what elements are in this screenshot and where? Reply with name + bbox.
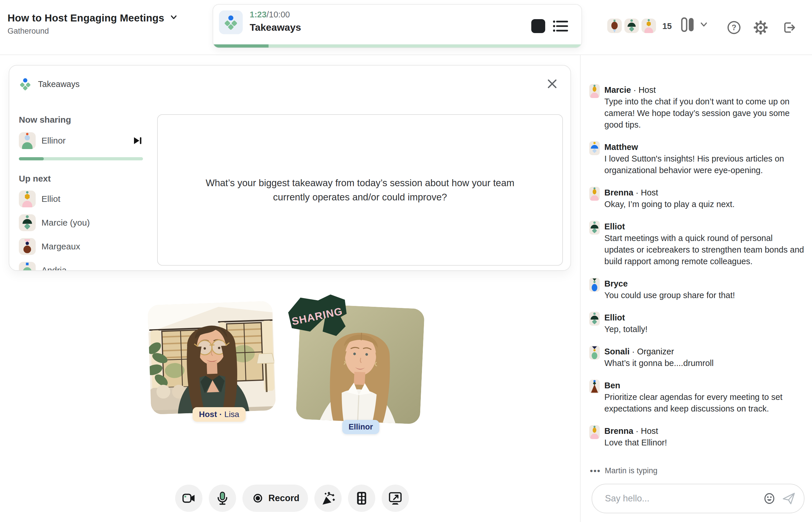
name-tag-lisa: Host·Lisa	[192, 407, 246, 422]
help-button[interactable]: ?	[727, 20, 741, 35]
chat-message: Marcie · HostType into the chat if you d…	[589, 84, 805, 130]
record-label: Record	[268, 493, 300, 503]
now-sharing-name: Ellinor	[41, 136, 65, 145]
avatar-icon	[19, 262, 36, 271]
layout-icon	[681, 17, 695, 32]
stop-activity-button[interactable]	[531, 19, 545, 33]
chat-text: What’s it gonna be....drumroll	[604, 357, 805, 369]
chat-author: Brenna · Host	[604, 187, 805, 198]
leave-event-button[interactable]	[781, 20, 796, 35]
emoji-icon	[763, 492, 776, 505]
chat-author: Brenna · Host	[604, 425, 805, 437]
chat-text: Yep, totally!	[604, 323, 805, 335]
chat-message: BryceYou could use group share for that!	[589, 278, 805, 301]
prompt-text: What’s your biggest takeaway from today’…	[190, 176, 530, 204]
participant-chip[interactable]	[607, 19, 622, 33]
up-next-row: Elliot	[19, 190, 143, 207]
chat-text: Type into the chat if you don’t want to …	[604, 96, 805, 130]
chat-message: BenPrioritize clear agendas for every me…	[589, 380, 805, 415]
chevron-down-icon	[170, 15, 178, 21]
meeting-title: How to Host Engaging Meetings	[7, 12, 164, 24]
avatar-icon	[19, 132, 36, 149]
chat-message: Sonali · OrganizerWhat’s it gonna be....…	[589, 346, 805, 369]
party-popper-icon	[321, 491, 335, 505]
participant-name: Marcie (you)	[41, 218, 90, 228]
avatar-icon	[589, 425, 600, 439]
chat-input[interactable]	[604, 493, 763, 504]
chat-sidebar: Marcie · HostType into the chat if you d…	[580, 55, 812, 522]
gear-icon	[753, 20, 768, 35]
avatar-icon	[589, 84, 600, 98]
avatar	[19, 238, 36, 255]
avatar-icon	[642, 19, 656, 33]
panel-title: Takeaways	[38, 79, 79, 89]
skip-next-button[interactable]	[134, 137, 142, 144]
chat-author: Marcie · Host	[604, 84, 805, 96]
participant-avatars[interactable]	[607, 19, 656, 33]
meeting-title-dropdown[interactable]: How to Host Engaging Meetings	[7, 12, 178, 24]
avatar	[589, 221, 600, 235]
avatar	[589, 278, 600, 292]
avatar	[589, 425, 600, 439]
gatheround-logo-icon	[19, 78, 32, 91]
avatar-icon	[589, 141, 600, 155]
media-grid-button[interactable]	[348, 485, 375, 512]
avatar-icon	[19, 214, 36, 231]
chat-text: You could use group share for that!	[604, 289, 805, 301]
chat-message: ElliotYep, totally!	[589, 312, 805, 335]
avatar	[19, 214, 36, 231]
screen-share-button[interactable]	[382, 485, 409, 512]
chat-text: Prioritize clear agendas for every meeti…	[604, 391, 805, 415]
activity-timer-card: 1:23/10:00 Takeaways	[212, 4, 582, 48]
video-tile-lisa[interactable]	[148, 301, 276, 415]
emoji-button[interactable]	[763, 492, 776, 505]
sharing-queue: Now sharing Ellinor Up next ElliotMarcie…	[19, 115, 143, 271]
activity-meta: 1:23/10:00 Takeaways	[250, 10, 301, 33]
chat-message-list[interactable]: Marcie · HostType into the chat if you d…	[589, 84, 805, 464]
total-time: 10:00	[269, 10, 290, 19]
chat-author: Ben	[604, 380, 805, 391]
exit-icon	[781, 20, 796, 35]
activity-timer: 1:23/10:00	[250, 10, 301, 19]
takeaways-activity-panel: Takeaways Now sharing Ellinor Up next El…	[9, 65, 571, 271]
call-controls: Record	[175, 485, 409, 512]
layout-switcher[interactable]	[681, 17, 708, 32]
avatar	[589, 380, 600, 394]
chat-text: Start meetings with a quick round of per…	[604, 232, 805, 267]
send-button[interactable]	[782, 491, 796, 505]
microphone-button[interactable]	[209, 485, 236, 512]
agenda-list-button[interactable]	[552, 19, 569, 33]
app-name: Gatheround	[7, 27, 178, 36]
avatar-icon	[589, 380, 600, 394]
svg-text:?: ?	[732, 23, 737, 32]
chat-message: Brenna · HostOkay, I’m going to play a q…	[589, 187, 805, 210]
record-button[interactable]: Record	[242, 485, 308, 512]
camera-icon	[182, 491, 196, 505]
settings-button[interactable]	[753, 20, 768, 35]
avatar	[19, 190, 36, 207]
lisa-video-frame	[148, 301, 276, 415]
chat-input-bar	[592, 484, 805, 513]
top-bar: How to Host Engaging Meetings Gatheround…	[0, 0, 812, 55]
participant-name: Elliot	[41, 194, 60, 204]
up-next-list: ElliotMarcie (you)MargeauxAndria	[19, 190, 143, 271]
typing-indicator: ••• Martin is typing	[590, 466, 657, 475]
avatar	[19, 132, 36, 149]
avatar-icon	[19, 190, 36, 207]
avatar-icon	[589, 187, 600, 201]
activity-progress-bar	[213, 44, 582, 47]
chat-text: Okay, I’m going to play a quiz next.	[604, 198, 805, 210]
close-panel-button[interactable]	[547, 79, 557, 89]
participant-chip[interactable]	[642, 19, 656, 33]
participant-chip[interactable]	[624, 19, 639, 33]
elapsed-time: 1:23	[250, 10, 266, 19]
camera-button[interactable]	[175, 485, 202, 512]
now-sharing-row: Ellinor	[19, 132, 143, 149]
activity-title: Takeaways	[250, 22, 301, 33]
effects-button[interactable]	[314, 485, 342, 512]
panel-header: Takeaways	[19, 78, 79, 91]
chat-message: MatthewI loved Sutton's insights! His pr…	[589, 141, 805, 176]
chat-author: Matthew	[604, 141, 805, 153]
avatar-icon	[589, 312, 600, 326]
chat-author: Sonali · Organizer	[604, 346, 805, 357]
